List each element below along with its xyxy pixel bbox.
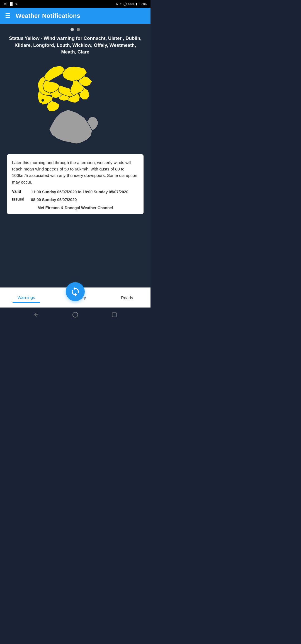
nav-warnings-tab[interactable]: Warnings xyxy=(13,293,40,303)
svg-marker-2 xyxy=(44,66,65,81)
wifi-icon: ∿ xyxy=(15,2,18,6)
nav-roads-tab[interactable]: Roads xyxy=(116,293,138,302)
home-icon xyxy=(72,312,78,318)
status-bar: eir ▐▌ ∿ N ✦ ◯ 64% ▮ 12:06 xyxy=(0,0,151,8)
main-content: Status Yellow - Wind warning for Connach… xyxy=(0,24,151,287)
carrier-text: eir xyxy=(4,2,8,6)
back-button[interactable] xyxy=(32,311,40,319)
app-title: Weather Notifications xyxy=(16,12,80,19)
svg-marker-0 xyxy=(49,110,92,144)
valid-label: Valid xyxy=(12,189,31,194)
recent-button[interactable] xyxy=(110,311,118,319)
app-header: ☰ Weather Notifications xyxy=(0,8,151,24)
warning-description: Later this morning and through the after… xyxy=(12,159,139,185)
page-dot-2 xyxy=(77,28,80,31)
back-icon xyxy=(33,312,39,318)
valid-value: 11:00 Sunday 05/07/2020 to 18:00 Sunday … xyxy=(31,189,128,195)
signal-icon: ▐▌ xyxy=(9,2,14,6)
recent-icon xyxy=(111,312,117,318)
warnings-tab-label: Warnings xyxy=(18,295,35,300)
battery-text: 64% xyxy=(128,2,134,6)
home-button[interactable] xyxy=(71,311,79,319)
hamburger-menu-button[interactable]: ☰ xyxy=(5,12,11,19)
ireland-map-container xyxy=(33,60,117,149)
issued-label: Issued xyxy=(12,197,31,201)
refresh-button[interactable] xyxy=(66,282,85,301)
svg-rect-18 xyxy=(112,313,116,317)
status-right: N ✦ ◯ 64% ▮ 12:06 xyxy=(116,2,147,6)
roads-tab-label: Roads xyxy=(121,295,133,300)
bluetooth-icon: ✦ xyxy=(120,2,122,6)
status-left: eir ▐▌ ∿ xyxy=(4,2,18,6)
system-nav-bar xyxy=(0,308,151,322)
time-display: 12:06 xyxy=(139,2,147,6)
bottom-nav: Warnings Advisory Roads xyxy=(0,287,151,308)
svg-point-15 xyxy=(42,99,44,101)
nfc-icon: N xyxy=(116,2,118,6)
valid-row: Valid 11:00 Sunday 05/07/2020 to 18:00 S… xyxy=(12,189,139,195)
refresh-icon xyxy=(70,286,81,297)
location-icon: ◯ xyxy=(123,2,127,6)
issued-row: Issued 08:00 Sunday 05/07/2020 xyxy=(12,197,139,203)
issued-value: 08:00 Sunday 05/07/2020 xyxy=(31,197,77,203)
page-indicators xyxy=(71,28,80,31)
warning-title: Status Yellow - Wind warning for Connach… xyxy=(4,35,146,56)
source-text: Met Éireann & Donegal Weather Channel xyxy=(12,206,139,210)
ireland-map-svg xyxy=(36,62,114,148)
svg-point-17 xyxy=(73,312,78,317)
svg-point-16 xyxy=(40,103,42,105)
info-card: Later this morning and through the after… xyxy=(7,154,144,214)
page-dot-1 xyxy=(71,28,74,31)
battery-icon: ▮ xyxy=(136,2,137,6)
